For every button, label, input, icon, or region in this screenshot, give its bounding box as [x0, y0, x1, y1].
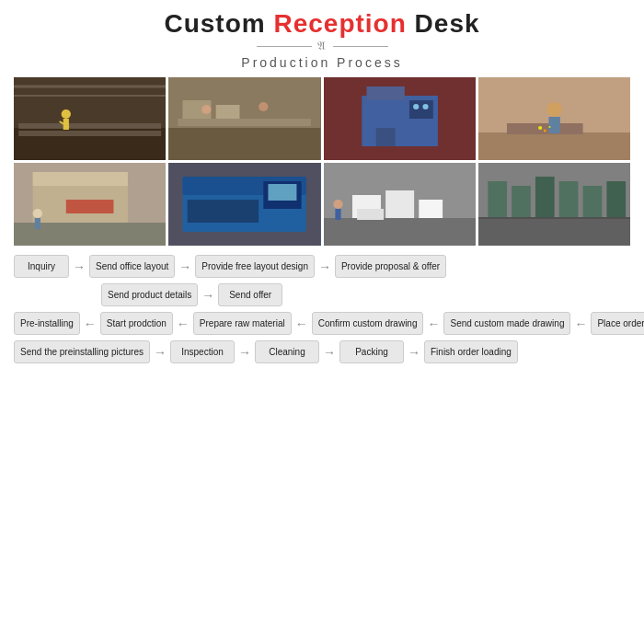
- svg-rect-49: [357, 209, 384, 220]
- svg-point-28: [538, 126, 542, 130]
- arrow-1: →: [73, 259, 86, 274]
- flow-box-inspection: Inspection: [170, 340, 235, 363]
- flow-row-3: Pre-installing ← Start prodction ← Prepa…: [14, 312, 630, 335]
- svg-point-22: [422, 104, 428, 109]
- flow-box-pre-installing: Pre-installing: [14, 312, 80, 335]
- arrow-4: →: [85, 288, 98, 303]
- svg-rect-11: [178, 119, 312, 126]
- flow-box-provide-proposal: Provide proposal & offer: [335, 255, 446, 278]
- arrow-6: →: [154, 345, 167, 360]
- arrow-2: →: [178, 259, 191, 274]
- title-area: Custom Reception Desk 𝔄 Production Proce…: [14, 9, 630, 70]
- subtitle: Production Process: [14, 55, 630, 70]
- svg-rect-59: [606, 181, 626, 218]
- svg-rect-42: [269, 184, 297, 201]
- title-part1: Custom: [164, 9, 273, 38]
- svg-point-36: [33, 209, 42, 218]
- photo-5: [14, 163, 166, 246]
- page: Custom Reception Desk 𝔄 Production Proce…: [0, 0, 644, 644]
- svg-rect-37: [35, 218, 40, 229]
- svg-point-14: [201, 105, 211, 114]
- svg-point-21: [413, 104, 419, 109]
- divider-symbol: 𝔄: [317, 39, 328, 53]
- svg-point-30: [548, 126, 550, 128]
- photo-2: [168, 77, 320, 160]
- flow-box-send-office: Send office layout: [89, 255, 175, 278]
- title-part3: Desk: [407, 9, 480, 38]
- svg-rect-5: [18, 131, 161, 136]
- svg-point-26: [546, 102, 562, 117]
- svg-rect-24: [478, 132, 630, 160]
- flow-box-send-offer: Send offer: [218, 283, 282, 306]
- svg-rect-4: [18, 123, 161, 129]
- svg-point-6: [62, 109, 71, 119]
- svg-rect-54: [488, 181, 507, 218]
- svg-rect-56: [535, 177, 555, 218]
- svg-rect-10: [168, 128, 320, 160]
- flow-box-place-order: Place order: [591, 312, 644, 335]
- photos-grid: [14, 77, 630, 246]
- flow-row-1: Inquiry → Send office layout → Provide f…: [14, 255, 630, 278]
- svg-point-29: [543, 130, 546, 132]
- svg-rect-57: [559, 181, 579, 218]
- main-title: Custom Reception Desk: [14, 9, 630, 39]
- flow-box-send-product: Send product details: [101, 283, 198, 306]
- arrow-3: →: [318, 259, 331, 274]
- svg-rect-27: [548, 117, 559, 133]
- svg-rect-43: [188, 200, 259, 223]
- svg-rect-18: [366, 86, 404, 100]
- photo-1: [14, 77, 166, 160]
- arrow-5: →: [201, 288, 214, 303]
- flow-box-provide-free: Provide free layout design: [195, 255, 315, 278]
- arrow-9: →: [408, 345, 420, 360]
- arrow-left-3: ←: [295, 316, 308, 331]
- flow-box-start-prod: Start prodction: [100, 312, 173, 335]
- svg-rect-25: [507, 123, 583, 134]
- flow-box-prepare-raw: Prepare raw material: [193, 312, 292, 335]
- svg-point-50: [333, 200, 342, 209]
- flow-row-2: → Send product details → Send offer: [14, 283, 630, 306]
- photo-8: [478, 163, 630, 246]
- arrow-left-5: ←: [574, 316, 587, 331]
- svg-rect-20: [408, 100, 432, 119]
- flow-box-send-preinstall: Send the preinstalling pictures: [14, 340, 150, 363]
- svg-rect-47: [385, 190, 414, 218]
- flow-box-inquiry: Inquiry: [14, 255, 69, 278]
- flow-box-send-drawing: Send custom made drawing: [443, 312, 570, 335]
- flow-box-cleaning: Cleaning: [255, 340, 319, 363]
- flow-row-4: Send the preinstalling pictures → Inspec…: [14, 340, 630, 363]
- svg-rect-19: [375, 128, 395, 146]
- svg-rect-51: [335, 209, 340, 220]
- arrow-left-4: ←: [427, 316, 440, 331]
- photo-3: [324, 77, 476, 160]
- photo-6: [168, 163, 320, 246]
- flow-box-packing: Packing: [339, 340, 404, 363]
- title-part2: Reception: [273, 9, 406, 38]
- svg-rect-35: [66, 200, 114, 213]
- svg-rect-58: [582, 186, 602, 218]
- title-divider: 𝔄: [14, 39, 630, 53]
- arrow-8: →: [323, 345, 336, 360]
- svg-rect-53: [478, 218, 630, 246]
- svg-point-15: [259, 102, 268, 111]
- process-area: Inquiry → Send office layout → Provide f…: [14, 255, 630, 363]
- svg-rect-45: [324, 218, 476, 246]
- arrow-left-2: ←: [177, 316, 190, 331]
- svg-rect-34: [33, 172, 128, 186]
- arrow-7: →: [238, 345, 251, 360]
- photo-7: [324, 163, 476, 246]
- svg-rect-13: [216, 105, 240, 119]
- svg-rect-48: [419, 200, 443, 218]
- photo-4: [478, 77, 630, 160]
- svg-rect-55: [512, 186, 531, 218]
- arrow-left-1: ←: [84, 316, 97, 331]
- flow-box-finish-order: Finish order loading: [424, 340, 518, 363]
- flow-box-confirm-drawing: Confirm custom drawing: [312, 312, 424, 335]
